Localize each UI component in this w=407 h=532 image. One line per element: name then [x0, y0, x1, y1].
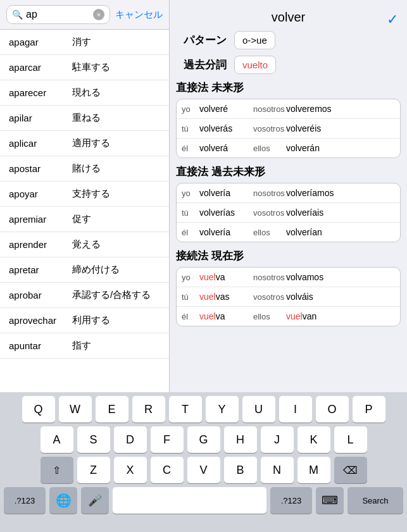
key-t[interactable]: T: [169, 396, 202, 423]
section1-title: 直接法 未来形: [176, 80, 401, 95]
key-o[interactable]: O: [316, 396, 349, 423]
past-participle-text: vuelto: [242, 59, 268, 70]
search-list-item[interactable]: apostar賭ける: [0, 156, 169, 182]
search-input[interactable]: ap: [26, 9, 90, 20]
key-h[interactable]: H: [224, 426, 257, 453]
cancel-button[interactable]: キャンセル: [115, 9, 163, 21]
conjugation-panel: volver ✓ パターン o->ue 過去分詞 vuelto 直接法 未来形 …: [170, 0, 407, 392]
key-g[interactable]: G: [187, 426, 220, 453]
meaning: 賭ける: [72, 163, 101, 175]
search-input-wrapper[interactable]: 🔍 ap ×: [6, 5, 110, 24]
word: apilar: [9, 113, 72, 123]
section1-table: yo volveré nosotros volveremos tú volver…: [176, 99, 401, 158]
key-c[interactable]: C: [151, 457, 184, 483]
keyboard-bottom-row: .?123 🌐 🎤 .?123 ⌨ Search: [2, 487, 405, 514]
verb-header: volver ✓: [176, 6, 401, 31]
search-panel: 🔍 ap × キャンセル apagar消すaparcar駐車するaparecer…: [0, 0, 170, 392]
word: apostar: [9, 163, 72, 174]
search-list-item[interactable]: aprobar承認する/合格する: [0, 283, 169, 308]
key-z[interactable]: Z: [77, 457, 110, 483]
word: apuntar: [9, 340, 72, 351]
pronoun2: nosotros: [253, 189, 286, 198]
conj-form: volvería: [199, 188, 253, 198]
search-list-item[interactable]: apilar重ねる: [0, 106, 169, 131]
search-list-item[interactable]: apuntar指す: [0, 333, 169, 359]
pattern-value: o->ue: [234, 31, 275, 49]
globe-key[interactable]: 🌐: [49, 487, 77, 514]
space-key[interactable]: [113, 487, 266, 514]
key-b[interactable]: B: [224, 457, 257, 483]
word: apoyar: [9, 189, 72, 199]
pronoun2: nosotros: [253, 104, 286, 114]
pronoun: yo: [182, 104, 199, 114]
conj-form: volverá: [199, 143, 253, 153]
table-row: yo volveré nosotros volveremos: [177, 99, 400, 119]
shift-key[interactable]: ⇧: [41, 457, 73, 483]
search-list-item[interactable]: apagar消す: [0, 30, 169, 55]
search-list-item[interactable]: aprovechar利用する: [0, 308, 169, 333]
search-list-item[interactable]: aparecer現れる: [0, 80, 169, 106]
key-l[interactable]: L: [334, 426, 367, 453]
num-key[interactable]: .?123: [4, 487, 46, 514]
table-row: él volverá ellos volverán: [177, 139, 400, 158]
key-s[interactable]: S: [77, 426, 110, 453]
delete-key[interactable]: ⌫: [334, 457, 367, 483]
search-list-item[interactable]: aplicar適用する: [0, 131, 169, 156]
key-q[interactable]: Q: [22, 396, 55, 423]
key-r[interactable]: R: [132, 396, 165, 423]
key-p[interactable]: P: [353, 396, 385, 423]
conj-form2: volverán: [286, 143, 320, 153]
pronoun: tú: [182, 124, 199, 133]
key-n[interactable]: N: [261, 457, 294, 483]
keyboard-row1: Q W E R T Y U I O P: [2, 396, 405, 423]
key-j[interactable]: J: [261, 426, 294, 453]
word: aparecer: [9, 87, 72, 98]
search-list-item[interactable]: apremiar促す: [0, 207, 169, 232]
conj-form: vuelva: [199, 311, 253, 321]
checkmark-icon[interactable]: ✓: [387, 11, 398, 28]
pronoun2: ellos: [253, 312, 286, 321]
search-results-list: apagar消すaparcar駐車するaparecer現れるapilar重ねるa…: [0, 30, 169, 392]
key-v[interactable]: V: [187, 457, 220, 483]
mic-key[interactable]: 🎤: [81, 487, 109, 514]
key-m[interactable]: M: [297, 457, 330, 483]
meaning: 消す: [72, 36, 91, 48]
key-f[interactable]: F: [151, 426, 184, 453]
pattern-row: パターン o->ue: [176, 31, 401, 49]
word: apremiar: [9, 214, 72, 225]
meaning: 覚える: [72, 238, 101, 251]
search-list-item[interactable]: apretar締め付ける: [0, 257, 169, 283]
key-y[interactable]: Y: [206, 396, 239, 423]
key-e[interactable]: E: [96, 396, 128, 423]
key-a[interactable]: A: [41, 426, 73, 453]
key-u[interactable]: U: [242, 396, 275, 423]
conj-form: volvería: [199, 227, 253, 237]
key-w[interactable]: W: [59, 396, 92, 423]
search-list-item[interactable]: aprender覚える: [0, 232, 169, 257]
pronoun: tú: [182, 292, 199, 302]
past-participle-row: 過去分詞 vuelto: [176, 56, 401, 74]
conj-form: volveré: [199, 104, 253, 114]
key-i[interactable]: I: [279, 396, 312, 423]
pronoun2: ellos: [253, 228, 286, 237]
conj-form2: volverían: [286, 227, 322, 237]
key-x[interactable]: X: [114, 457, 147, 483]
conj-form2: volveréis: [286, 123, 321, 133]
search-button[interactable]: Search: [348, 487, 403, 514]
word: aplicar: [9, 138, 72, 149]
clear-button[interactable]: ×: [93, 9, 104, 20]
keyboard-row2: A S D F G H J K L: [2, 426, 405, 453]
key-k[interactable]: K: [297, 426, 330, 453]
num-key2[interactable]: .?123: [270, 487, 312, 514]
keyboard-icon[interactable]: ⌨: [316, 487, 344, 514]
key-d[interactable]: D: [114, 426, 147, 453]
meaning: 指す: [72, 340, 91, 352]
conj-form2: volveríais: [286, 207, 323, 218]
past-participle-label: 過去分詞: [176, 58, 227, 72]
search-list-item[interactable]: aparcar駐車する: [0, 55, 169, 80]
past-participle-value: vuelto: [234, 56, 276, 74]
search-bar: 🔍 ap × キャンセル: [0, 0, 169, 30]
keyboard: Q W E R T Y U I O P A S D F G H J K L ⇧ …: [0, 392, 407, 532]
search-list-item[interactable]: apoyar支持する: [0, 182, 169, 207]
table-row: yo vuelva nosotros volvamos: [177, 268, 400, 287]
